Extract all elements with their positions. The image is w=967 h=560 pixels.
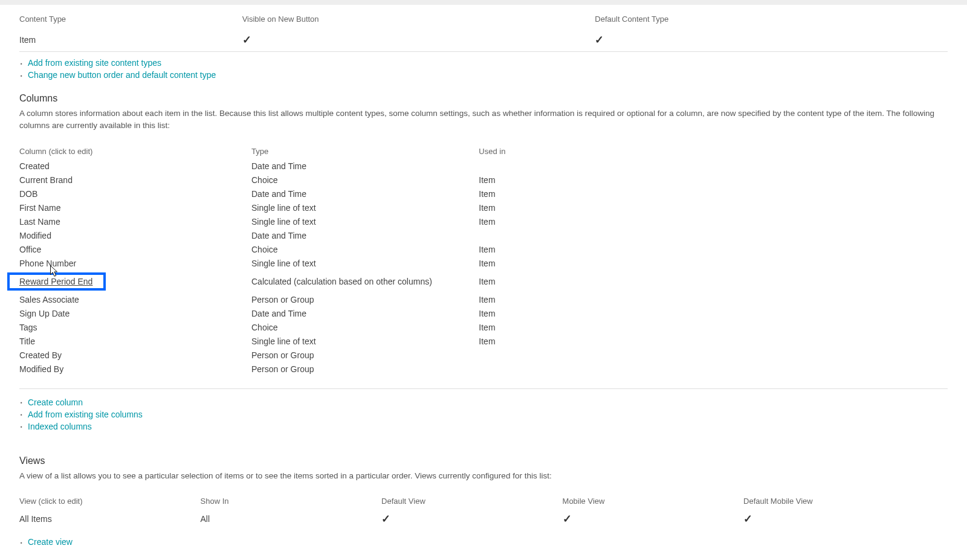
check-icon: ✓ <box>743 513 752 525</box>
views-header-view: View (click to edit) <box>19 493 201 509</box>
views-header-showin: Show In <box>201 493 382 509</box>
ct-header-default: Default Content Type <box>595 10 948 28</box>
columns-header-name: Column (click to edit) <box>19 143 251 159</box>
column-row: Modified By Person or Group <box>19 362 948 376</box>
page-container: Content Type Visible on New Button Defau… <box>0 5 967 560</box>
views-header-row: View (click to edit) Show In Default Vie… <box>19 493 948 509</box>
column-type: Calculated (calculation based on other c… <box>251 271 479 293</box>
column-row: Sales Associate Person or Group Item <box>19 293 948 307</box>
column-type: Choice <box>251 243 479 257</box>
column-created-link[interactable]: Created <box>19 161 50 171</box>
view-actions: Create view <box>19 537 948 547</box>
column-row: First Name Single line of text Item <box>19 201 948 215</box>
column-modified-link[interactable]: Modified <box>19 231 51 240</box>
views-description: A view of a list allows you to see a par… <box>19 470 948 482</box>
check-icon: ✓ <box>242 34 251 46</box>
top-bar <box>0 0 967 5</box>
column-row-highlighted: Reward Period End Calculated (calculatio… <box>19 271 948 293</box>
column-type: Choice <box>251 173 479 187</box>
column-usedin: Item <box>479 293 948 307</box>
column-usedin <box>479 229 948 243</box>
column-usedin <box>479 349 948 362</box>
column-phone-number-link[interactable]: Phone Number <box>19 259 76 268</box>
columns-heading: Columns <box>19 93 948 104</box>
column-sign-up-date-link[interactable]: Sign Up Date <box>19 309 70 318</box>
column-type: Person or Group <box>251 349 479 362</box>
column-usedin: Item <box>479 243 948 257</box>
column-row: Tags Choice Item <box>19 321 948 335</box>
content-types-table: Content Type Visible on New Button Defau… <box>19 10 948 52</box>
check-icon: ✓ <box>381 513 390 525</box>
column-usedin: Item <box>479 187 948 201</box>
indexed-columns-link[interactable]: Indexed columns <box>28 422 92 431</box>
column-actions: Create column Add from existing site col… <box>19 397 948 431</box>
check-icon: ✓ <box>595 34 604 46</box>
column-tags-link[interactable]: Tags <box>19 323 37 332</box>
content-types-header-row: Content Type Visible on New Button Defau… <box>19 10 948 28</box>
views-header-default: Default View <box>381 493 563 509</box>
columns-table: Column (click to edit) Type Used in Crea… <box>19 143 948 376</box>
view-row: All Items All ✓ ✓ ✓ <box>19 509 948 529</box>
column-row: Modified Date and Time <box>19 229 948 243</box>
change-button-order-link[interactable]: Change new button order and default cont… <box>28 70 216 80</box>
column-row: DOB Date and Time Item <box>19 187 948 201</box>
ct-header-name: Content Type <box>19 10 242 28</box>
column-row: Created Date and Time <box>19 159 948 173</box>
column-row: Office Choice Item <box>19 243 948 257</box>
column-type: Date and Time <box>251 307 479 321</box>
column-row: Last Name Single line of text Item <box>19 215 948 229</box>
column-first-name-link[interactable]: First Name <box>19 203 60 213</box>
column-usedin: Item <box>479 321 948 335</box>
column-title-link[interactable]: Title <box>19 336 35 346</box>
column-modified-by-link[interactable]: Modified By <box>19 364 63 374</box>
column-current-brand-link[interactable]: Current Brand <box>19 175 73 185</box>
column-created-by-link[interactable]: Created By <box>19 350 62 360</box>
columns-description: A column stores information about each i… <box>19 108 948 132</box>
column-dob-link[interactable]: DOB <box>19 189 37 199</box>
column-usedin: Item <box>479 257 948 271</box>
create-column-link[interactable]: Create column <box>28 397 83 407</box>
content-type-item-link[interactable]: Item <box>19 35 36 45</box>
columns-header-usedin: Used in <box>479 143 948 159</box>
column-row: Sign Up Date Date and Time Item <box>19 307 948 321</box>
ct-header-visible: Visible on New Button <box>242 10 595 28</box>
column-usedin: Item <box>479 271 948 293</box>
columns-header-type: Type <box>251 143 479 159</box>
views-header-defaultmobile: Default Mobile View <box>743 493 948 509</box>
views-header-mobile: Mobile View <box>563 493 744 509</box>
columns-header-row: Column (click to edit) Type Used in <box>19 143 948 159</box>
column-row: Created By Person or Group <box>19 349 948 362</box>
column-reward-period-end-link[interactable]: Reward Period End <box>19 277 92 286</box>
column-sales-associate-link[interactable]: Sales Associate <box>19 295 79 304</box>
column-type: Single line of text <box>251 335 479 349</box>
view-all-items-link[interactable]: All Items <box>19 514 52 524</box>
column-type: Person or Group <box>251 293 479 307</box>
column-usedin <box>479 159 948 173</box>
column-usedin: Item <box>479 173 948 187</box>
column-type: Choice <box>251 321 479 335</box>
add-existing-content-types-link[interactable]: Add from existing site content types <box>28 58 161 68</box>
column-type: Date and Time <box>251 159 479 173</box>
content-type-row: Item ✓ ✓ <box>19 28 948 52</box>
views-heading: Views <box>19 455 948 466</box>
column-type: Date and Time <box>251 187 479 201</box>
content-type-actions: Add from existing site content types Cha… <box>19 58 948 80</box>
column-last-name-link[interactable]: Last Name <box>19 217 60 227</box>
column-office-link[interactable]: Office <box>19 245 41 254</box>
column-type: Single line of text <box>251 201 479 215</box>
column-type: Person or Group <box>251 362 479 376</box>
create-view-link[interactable]: Create view <box>28 537 73 547</box>
view-showin: All <box>201 509 382 529</box>
column-usedin: Item <box>479 335 948 349</box>
column-type: Date and Time <box>251 229 479 243</box>
column-usedin: Item <box>479 215 948 229</box>
check-icon: ✓ <box>563 513 572 525</box>
views-table: View (click to edit) Show In Default Vie… <box>19 493 948 529</box>
divider <box>19 388 948 389</box>
column-usedin <box>479 362 948 376</box>
column-usedin: Item <box>479 201 948 215</box>
column-row: Title Single line of text Item <box>19 335 948 349</box>
column-type: Single line of text <box>251 257 479 271</box>
column-row: Current Brand Choice Item <box>19 173 948 187</box>
add-existing-columns-link[interactable]: Add from existing site columns <box>28 410 143 419</box>
